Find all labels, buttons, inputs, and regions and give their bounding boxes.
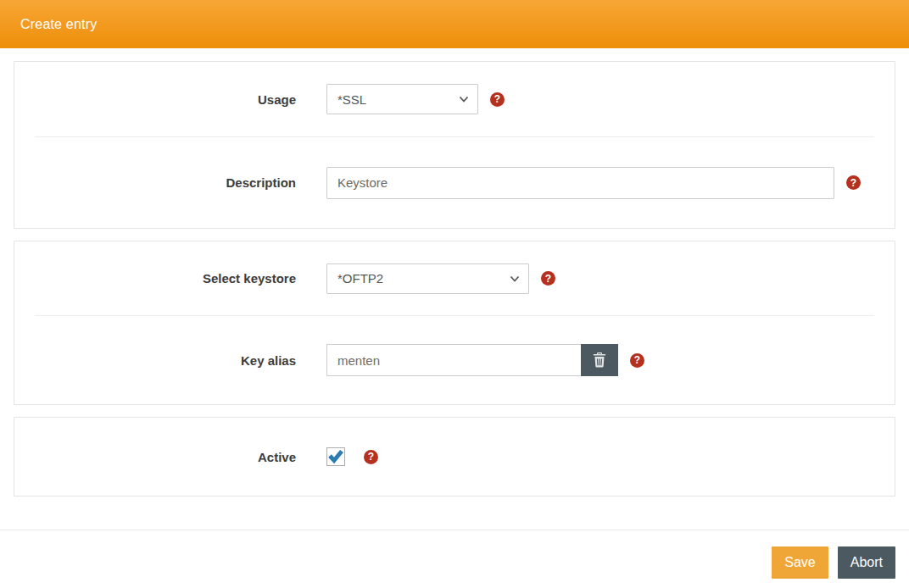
checkmark-icon	[327, 449, 344, 464]
chevron-down-icon	[459, 95, 469, 103]
key-alias-label: Key alias	[35, 353, 296, 368]
trash-icon	[593, 352, 606, 368]
header-bar: Create entry	[0, 0, 909, 48]
keystore-row: Select keystore *OFTP2 ?	[14, 241, 895, 315]
panel-general: Usage *SSL ? Description ?	[14, 61, 895, 229]
description-help-icon[interactable]: ?	[846, 175, 861, 190]
description-input[interactable]	[326, 167, 834, 199]
key-alias-help-icon[interactable]: ?	[630, 353, 644, 368]
description-row: Description ?	[14, 137, 895, 228]
chevron-down-icon	[510, 275, 520, 283]
active-checkbox[interactable]	[326, 447, 345, 466]
active-help-icon[interactable]: ?	[364, 450, 378, 464]
key-alias-input-group	[326, 344, 618, 376]
abort-button[interactable]: Abort	[838, 546, 895, 579]
footer-actions: Save Abort	[0, 530, 909, 579]
keystore-select[interactable]: *OFTP2	[326, 263, 529, 294]
page-title: Create entry	[20, 17, 97, 32]
keystore-select-value: *OFTP2	[337, 271, 383, 286]
form-content: Usage *SSL ? Description ? Select keysto…	[0, 48, 909, 579]
keystore-label: Select keystore	[35, 271, 296, 286]
key-alias-row: Key alias ?	[14, 316, 895, 404]
description-label: Description	[35, 175, 296, 190]
panel-active: Active ?	[14, 417, 895, 496]
usage-row: Usage *SSL ?	[14, 62, 895, 136]
usage-select-value: *SSL	[337, 92, 366, 107]
delete-key-alias-button[interactable]	[581, 344, 618, 376]
panel-keystore: Select keystore *OFTP2 ? Key alias	[14, 241, 895, 405]
usage-help-icon[interactable]: ?	[490, 92, 505, 107]
save-button[interactable]: Save	[772, 546, 828, 579]
key-alias-input[interactable]	[326, 344, 581, 376]
usage-select[interactable]: *SSL	[326, 84, 478, 114]
keystore-help-icon[interactable]: ?	[541, 271, 555, 286]
active-label: Active	[35, 450, 296, 464]
active-row: Active ?	[14, 418, 895, 496]
usage-label: Usage	[35, 92, 296, 107]
